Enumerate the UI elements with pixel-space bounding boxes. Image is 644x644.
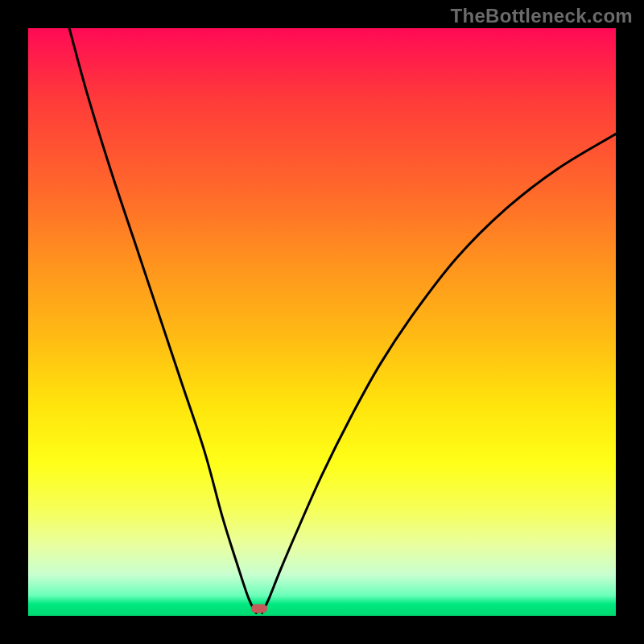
plot-area	[28, 28, 616, 616]
chart-frame: TheBottleneck.com	[0, 0, 644, 644]
bottleneck-curve	[28, 28, 616, 616]
watermark-text: TheBottleneck.com	[451, 5, 633, 27]
optimum-marker	[251, 605, 267, 613]
